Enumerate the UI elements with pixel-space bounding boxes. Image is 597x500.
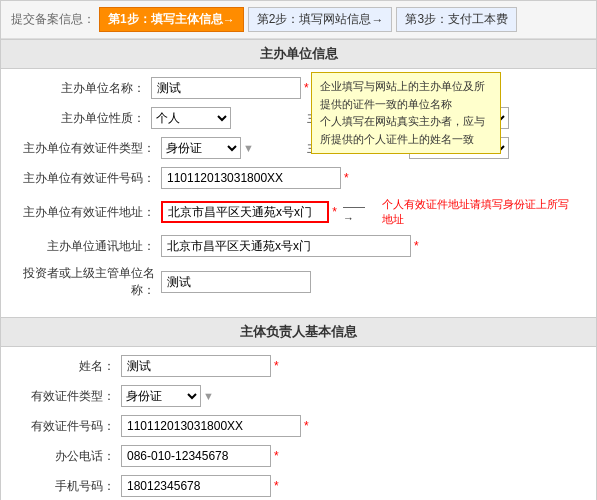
office-phone-input[interactable] bbox=[121, 445, 271, 467]
person-cert-no-row: 有效证件号码： * bbox=[21, 415, 576, 437]
unit-nature-label: 主办单位性质： bbox=[21, 110, 151, 127]
unit-nature-select[interactable]: 个人 bbox=[151, 107, 231, 129]
mobile-input[interactable] bbox=[121, 475, 271, 497]
mobile-row: 手机号码： * bbox=[21, 475, 576, 497]
breadcrumb-step-3[interactable]: 第3步：支付工本费 bbox=[396, 7, 517, 32]
section1-form: 主办单位名称： * 企业填写与网站上的主办单位及所提供的证件一致的单位名称 个人… bbox=[1, 77, 596, 317]
person-cert-type-label: 有效证件类型： bbox=[21, 388, 121, 405]
person-cert-no-required: * bbox=[304, 419, 309, 433]
cert-no-required: * bbox=[344, 171, 349, 185]
unit-name-input[interactable] bbox=[151, 77, 301, 99]
section2-header: 主体负责人基本信息 bbox=[1, 317, 596, 347]
cert-no-input[interactable] bbox=[161, 167, 341, 189]
contact-address-label: 主办单位通讯地址： bbox=[21, 238, 161, 255]
breadcrumb-prefix: 提交备案信息： bbox=[11, 11, 95, 28]
breadcrumb-step-1[interactable]: 第1步：填写主体信息 → bbox=[99, 7, 244, 32]
mobile-required: * bbox=[274, 479, 279, 493]
person-name-row: 姓名： * bbox=[21, 355, 576, 377]
person-name-input[interactable] bbox=[121, 355, 271, 377]
person-cert-type-select[interactable]: 身份证 bbox=[121, 385, 201, 407]
breadcrumb: 提交备案信息： 第1步：填写主体信息 → 第2步：填写网站信息 → 第3步：支付… bbox=[1, 1, 596, 39]
person-cert-no-input[interactable] bbox=[121, 415, 301, 437]
cert-no-row: 主办单位有效证件号码： * bbox=[21, 167, 576, 189]
person-name-label: 姓名： bbox=[21, 358, 121, 375]
parent-unit-row: 投资者或上级主管单位名称： bbox=[21, 265, 576, 299]
parent-unit-label: 投资者或上级主管单位名称： bbox=[21, 265, 161, 299]
cert-address-row: 主办单位有效证件地址： * ——→ 个人有效证件地址请填写身份证上所写地址 bbox=[21, 197, 576, 227]
cert-address-required: * bbox=[332, 205, 337, 219]
contact-address-input[interactable] bbox=[161, 235, 411, 257]
contact-address-required: * bbox=[414, 239, 419, 253]
mobile-label: 手机号码： bbox=[21, 478, 121, 495]
cert-address-input[interactable] bbox=[161, 201, 329, 223]
unit-name-required: * bbox=[304, 81, 309, 95]
contact-address-row: 主办单位通讯地址： * bbox=[21, 235, 576, 257]
office-phone-label: 办公电话： bbox=[21, 448, 121, 465]
section2-form: 姓名： * 有效证件类型： 身份证 ▼ 有效证件号码： * 办公电话： * 手机… bbox=[1, 355, 596, 500]
person-name-required: * bbox=[274, 359, 279, 373]
breadcrumb-step-2[interactable]: 第2步：填写网站信息 → bbox=[248, 7, 393, 32]
unit-name-tooltip: 企业填写与网站上的主办单位及所提供的证件一致的单位名称 个人填写在网站真实主办者… bbox=[311, 72, 501, 154]
person-cert-no-label: 有效证件号码： bbox=[21, 418, 121, 435]
page-wrapper: 提交备案信息： 第1步：填写主体信息 → 第2步：填写网站信息 → 第3步：支付… bbox=[0, 0, 597, 500]
cert-address-hint: 个人有效证件地址请填写身份证上所写地址 bbox=[382, 197, 576, 227]
cert-type-select[interactable]: 身份证 bbox=[161, 137, 241, 159]
office-phone-row: 办公电话： * bbox=[21, 445, 576, 467]
cert-type-label: 主办单位有效证件类型： bbox=[21, 140, 161, 157]
cert-address-arrow: ——→ bbox=[343, 200, 374, 224]
unit-name-label: 主办单位名称： bbox=[21, 80, 151, 97]
unit-name-row: 主办单位名称： * 企业填写与网站上的主办单位及所提供的证件一致的单位名称 个人… bbox=[21, 77, 576, 99]
section1-header: 主办单位信息 bbox=[1, 39, 596, 69]
cert-no-label: 主办单位有效证件号码： bbox=[21, 170, 161, 187]
parent-unit-input[interactable] bbox=[161, 271, 311, 293]
office-phone-required: * bbox=[274, 449, 279, 463]
cert-address-label: 主办单位有效证件地址： bbox=[21, 204, 161, 221]
person-cert-type-row: 有效证件类型： 身份证 ▼ bbox=[21, 385, 576, 407]
